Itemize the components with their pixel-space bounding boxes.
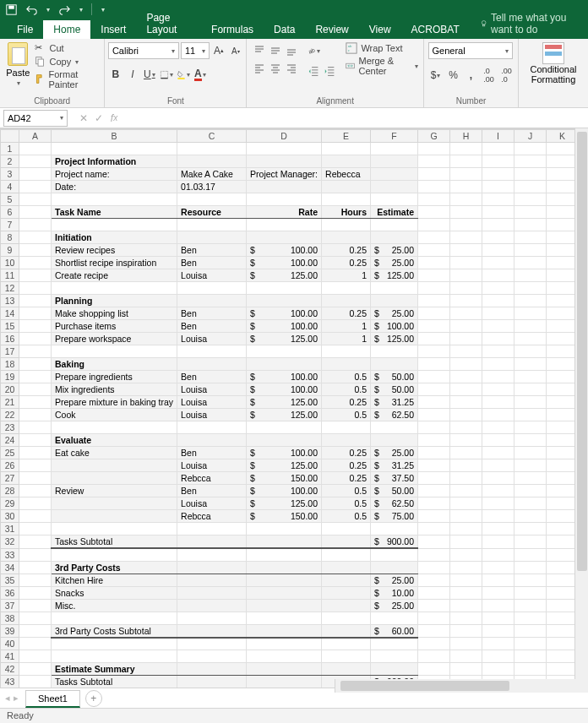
cell[interactable]	[450, 472, 482, 485]
cell[interactable]: 3rd Party Costs	[52, 561, 177, 574]
cell[interactable]	[514, 295, 547, 307]
cell[interactable]	[418, 586, 450, 599]
cell[interactable]	[547, 561, 579, 574]
row-header[interactable]: 1	[1, 143, 19, 155]
cell[interactable]	[322, 548, 371, 561]
cell[interactable]: $31.25	[371, 396, 418, 409]
cell[interactable]: Kitchen Hire	[52, 574, 177, 586]
cell[interactable]	[19, 358, 52, 371]
cell[interactable]	[450, 586, 482, 599]
cell[interactable]	[371, 650, 418, 663]
cell[interactable]	[450, 231, 482, 244]
cell[interactable]: Evaluate	[52, 434, 177, 447]
cell[interactable]	[177, 295, 247, 307]
cell[interactable]	[19, 383, 52, 396]
cell[interactable]: Eat cake	[52, 447, 177, 459]
bold-button[interactable]: B	[108, 66, 123, 83]
cell[interactable]	[482, 434, 514, 447]
cell[interactable]	[547, 421, 579, 434]
cell[interactable]	[547, 269, 579, 282]
cell[interactable]	[177, 193, 247, 206]
cell[interactable]	[247, 676, 322, 688]
cell[interactable]	[247, 295, 322, 307]
tab-formulas[interactable]: Formulas	[201, 20, 264, 39]
cell[interactable]	[482, 421, 514, 434]
cell[interactable]	[371, 193, 418, 206]
cell[interactable]	[19, 485, 52, 497]
formula-input[interactable]	[122, 110, 588, 127]
cell[interactable]	[547, 472, 579, 485]
cell[interactable]	[514, 421, 547, 434]
cell[interactable]	[19, 409, 52, 421]
cell[interactable]	[450, 244, 482, 257]
row-header[interactable]: 41	[1, 650, 19, 663]
tab-home[interactable]: Home	[43, 20, 90, 39]
sheet-nav-next-icon[interactable]: ▸	[14, 693, 19, 704]
spreadsheet-grid[interactable]: ABCDEFGHIJK12Project Information3Project…	[0, 128, 588, 703]
cell[interactable]	[514, 307, 547, 320]
cell[interactable]: $25.00	[371, 447, 418, 459]
cell[interactable]	[371, 612, 418, 624]
col-header[interactable]: G	[418, 130, 450, 143]
cell[interactable]	[322, 231, 371, 244]
cell[interactable]: Louisa	[177, 459, 247, 472]
cell[interactable]	[322, 193, 371, 206]
cell[interactable]: $25.00	[371, 307, 418, 320]
row-header[interactable]: 3	[1, 168, 19, 181]
cell[interactable]	[547, 599, 579, 612]
cell[interactable]	[450, 295, 482, 307]
increase-font-button[interactable]: A▴	[211, 42, 226, 59]
row-header[interactable]: 26	[1, 459, 19, 472]
cell[interactable]	[547, 295, 579, 307]
row-header[interactable]: 30	[1, 510, 19, 523]
row-header[interactable]: 40	[1, 638, 19, 650]
cell[interactable]	[450, 510, 482, 523]
cell[interactable]: Rebecca	[322, 168, 371, 181]
cell[interactable]	[19, 535, 52, 549]
row-header[interactable]: 34	[1, 561, 19, 574]
cell[interactable]	[514, 447, 547, 459]
cell[interactable]	[19, 599, 52, 612]
cell[interactable]	[547, 345, 579, 358]
cell[interactable]: $100.00	[247, 320, 322, 333]
cell[interactable]	[177, 624, 247, 638]
cell[interactable]	[19, 650, 52, 663]
row-header[interactable]: 32	[1, 535, 19, 549]
cell[interactable]	[418, 269, 450, 282]
cell[interactable]	[514, 206, 547, 219]
cell[interactable]	[482, 447, 514, 459]
cell[interactable]	[177, 650, 247, 663]
cell[interactable]: Project Manager:	[247, 168, 322, 181]
cell[interactable]: 0.5	[322, 371, 371, 383]
row-header[interactable]: 38	[1, 612, 19, 624]
cell[interactable]	[322, 535, 371, 549]
cell[interactable]	[450, 459, 482, 472]
cell[interactable]	[514, 612, 547, 624]
cell[interactable]: $125.00	[247, 396, 322, 409]
cell[interactable]: $10.00	[371, 586, 418, 599]
row-header[interactable]: 12	[1, 282, 19, 295]
cell[interactable]: 0.25	[322, 257, 371, 269]
cell[interactable]: $100.00	[247, 257, 322, 269]
cell[interactable]	[418, 612, 450, 624]
row-header[interactable]: 11	[1, 269, 19, 282]
cell[interactable]: Make shopping list	[52, 307, 177, 320]
cell[interactable]	[322, 181, 371, 193]
undo-icon[interactable]	[25, 3, 37, 15]
cell[interactable]	[19, 244, 52, 257]
cell[interactable]	[547, 396, 579, 409]
cell[interactable]	[482, 485, 514, 497]
cell[interactable]	[247, 574, 322, 586]
align-middle-button[interactable]	[268, 42, 283, 59]
cell[interactable]	[514, 574, 547, 586]
cell[interactable]	[418, 333, 450, 345]
cell[interactable]	[418, 244, 450, 257]
cell[interactable]: 0.5	[322, 409, 371, 421]
cell[interactable]: Hours	[322, 206, 371, 219]
cell[interactable]	[514, 219, 547, 231]
redo-icon[interactable]	[58, 3, 70, 15]
cell[interactable]	[482, 345, 514, 358]
cell[interactable]	[52, 510, 177, 523]
cell[interactable]: Ben	[177, 485, 247, 497]
cell[interactable]	[52, 472, 177, 485]
